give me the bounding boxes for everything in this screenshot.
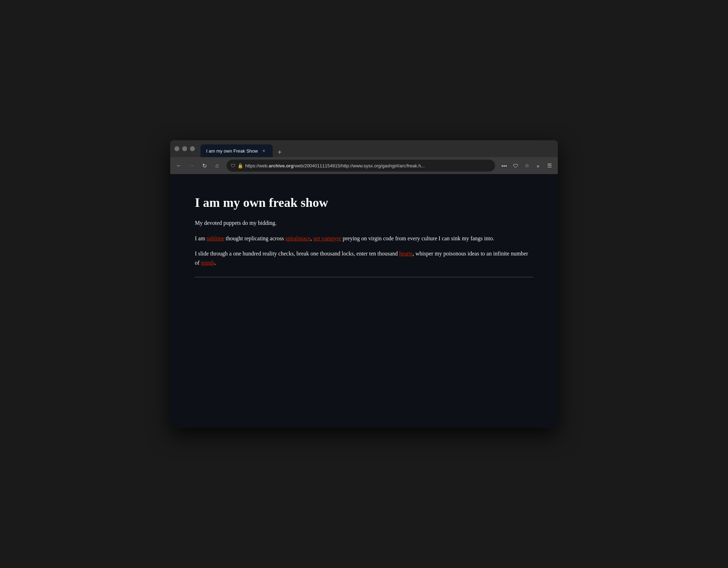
paragraph-2-comma: , (310, 235, 313, 241)
page-content: I am my own freak show My devoted puppet… (170, 174, 558, 428)
paragraph-3: I slide through a one hundred reality ch… (195, 249, 533, 267)
paragraph-2-middle1: thought replicating across (224, 235, 285, 241)
address-bar[interactable]: 🛡 🔒 https://web.archive.org/web/20040111… (227, 160, 495, 172)
address-domain: archive.org (269, 163, 293, 168)
new-tab-button[interactable]: + (275, 147, 285, 157)
more-options-button[interactable]: ••• (499, 161, 509, 171)
paragraph-3-before: I slide through a one hundred reality ch… (195, 251, 399, 257)
address-prefix: https://web. (245, 163, 269, 168)
title-bar: I am my own Freak Show × + (170, 140, 558, 157)
paragraph-2-before: I am (195, 235, 206, 241)
paragraph-2: I am sublime thought replicating across … (195, 234, 533, 243)
paragraph-2-after: preying on virgin code from every cultur… (341, 235, 494, 241)
traffic-light-close[interactable] (174, 146, 179, 151)
reload-button[interactable]: ↻ (199, 160, 210, 171)
browser-window: I am my own Freak Show × + ← → ↻ ⌂ 🛡 🔒 h… (170, 140, 558, 428)
paragraph-3-after: . (215, 260, 216, 266)
extend-button[interactable]: » (533, 161, 543, 171)
tab-title: I am my own Freak Show (206, 148, 258, 154)
horizontal-rule (195, 277, 533, 277)
pocket-icon: 🛡 (511, 161, 520, 171)
tracking-shield-icon: 🛡 (231, 163, 235, 168)
net-vampyre-link[interactable]: net vampyre (313, 235, 341, 241)
bookmark-button[interactable]: ☆ (522, 161, 532, 171)
hearts-link[interactable]: hearts (399, 251, 413, 257)
traffic-light-minimize[interactable] (182, 146, 187, 151)
active-tab[interactable]: I am my own Freak Show × (200, 144, 273, 157)
toolbar: ← → ↻ ⌂ 🛡 🔒 https://web.archive.org/web/… (170, 157, 558, 174)
home-button[interactable]: ⌂ (212, 160, 222, 171)
sublime-link[interactable]: sublime (206, 235, 224, 241)
lock-icon: 🔒 (237, 163, 243, 168)
spiralspace-link[interactable]: spiralspace (285, 235, 310, 241)
address-rest: /web/20040111154815/http://www.sysx.org/… (294, 163, 425, 168)
traffic-lights (174, 146, 195, 151)
paragraph-1: My devoted puppets do my bidding. (195, 218, 533, 228)
tab-close-button[interactable]: × (261, 148, 267, 154)
paragraph-1-text: My devoted puppets do my bidding. (195, 220, 277, 226)
tabs-area: I am my own Freak Show × + (200, 140, 554, 157)
forward-button[interactable]: → (186, 160, 197, 171)
menu-button[interactable]: ☰ (544, 161, 554, 171)
toolbar-actions: ••• 🛡 ☆ » ☰ (499, 161, 554, 171)
minds-link[interactable]: minds (201, 260, 215, 266)
address-text: https://web.archive.org/web/200401111548… (245, 163, 491, 168)
page-title: I am my own freak show (195, 195, 533, 210)
back-button[interactable]: ← (174, 160, 184, 171)
traffic-light-maximize[interactable] (190, 146, 195, 151)
